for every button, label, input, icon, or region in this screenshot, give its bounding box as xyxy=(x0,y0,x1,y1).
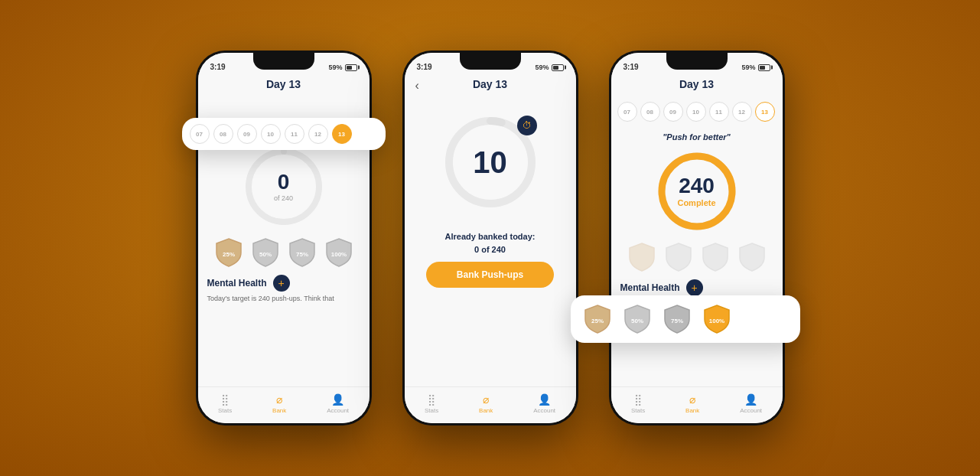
bank-icon3: ⌀ xyxy=(689,393,695,406)
day-tab3-11[interactable]: 11 xyxy=(709,102,729,122)
timer-icon: ⏱ xyxy=(517,116,537,135)
notch xyxy=(253,53,314,70)
nav-stats[interactable]: ⣿ Stats xyxy=(218,393,232,414)
svg-text:25%: 25% xyxy=(591,318,603,324)
day-tab3-09[interactable]: 09 xyxy=(663,102,683,122)
bottom-nav2: ⣿ Stats ⌀ Bank 👤 Account xyxy=(405,386,576,423)
day-tab-12[interactable]: 12 xyxy=(308,124,328,144)
bank-icon2: ⌀ xyxy=(483,393,489,406)
phone2-screen: 3:19 59% ‹ Day 13 xyxy=(405,53,576,423)
day-tab-10[interactable]: 10 xyxy=(261,124,281,144)
battery-pct2: 59% xyxy=(535,64,549,71)
app-content2: 10 ⏱ Already banked today: 0 of 240 Bank… xyxy=(405,97,576,386)
app-header2: ‹ Day 13 xyxy=(405,74,576,97)
progress-center: 0 of 240 xyxy=(242,145,326,229)
badge3-50 xyxy=(663,241,695,273)
nav-stats-label2: Stats xyxy=(425,407,438,414)
badge-100: 100% xyxy=(323,236,355,269)
svg-text:100%: 100% xyxy=(330,251,346,258)
progress-center3: 240 Complete xyxy=(655,149,739,233)
account-icon: 👤 xyxy=(331,393,344,406)
time2: 3:19 xyxy=(417,63,432,71)
phone2: 3:19 59% ‹ Day 13 xyxy=(402,51,578,425)
day-tab3-13[interactable]: 13 xyxy=(755,102,775,122)
day-tab3-12[interactable]: 12 xyxy=(732,102,752,122)
nav-bank3[interactable]: ⌀ Bank xyxy=(685,393,699,414)
stats-icon2: ⣿ xyxy=(428,393,435,406)
nav-account[interactable]: 👤 Account xyxy=(327,393,349,414)
nav-bank[interactable]: ⌀ Bank xyxy=(272,393,286,414)
day-title2: Day 13 xyxy=(473,78,507,90)
day-tabs3: 07 08 09 10 11 12 13 xyxy=(611,97,783,126)
day-tab-13[interactable]: 13 xyxy=(332,124,352,144)
app-content3: "Push for better" 240 Complete xyxy=(611,126,783,386)
phone3-container: 25% 50% 75% 100% xyxy=(609,51,785,425)
day-tab-09[interactable]: 09 xyxy=(237,124,257,144)
plus-button[interactable]: + xyxy=(273,275,290,292)
app-header: Day 13 xyxy=(198,74,370,97)
bottom-nav3: ⣿ Stats ⌀ Bank 👤 Account xyxy=(611,386,783,423)
account-icon2: 👤 xyxy=(538,393,551,406)
day-tab3-08[interactable]: 08 xyxy=(640,102,660,122)
badges-popup: 25% 50% 75% 100% xyxy=(571,295,800,343)
svg-text:50%: 50% xyxy=(630,318,643,324)
nav-account-label: Account xyxy=(327,407,349,414)
badges-row: 25% 50% xyxy=(213,236,355,269)
nav-stats2[interactable]: ⣿ Stats xyxy=(425,393,438,414)
account-icon3: 👤 xyxy=(744,393,757,406)
back-button[interactable]: ‹ xyxy=(415,79,419,93)
progress-sub: of 240 xyxy=(274,194,293,202)
day-tab-08[interactable]: 08 xyxy=(213,124,233,144)
timer-circle: 10 ⏱ xyxy=(441,112,540,212)
nav-bank-label3: Bank xyxy=(685,407,699,414)
nav-stats3[interactable]: ⣿ Stats xyxy=(631,393,645,414)
stats-icon: ⣿ xyxy=(221,393,229,406)
svg-text:50%: 50% xyxy=(259,251,271,258)
app-content: "Push for better" 0 of 240 xyxy=(198,122,370,386)
day-tab-11[interactable]: 11 xyxy=(285,124,304,144)
badge-25: 25% xyxy=(213,236,245,269)
battery-icon3 xyxy=(758,64,770,71)
badge3-25 xyxy=(626,241,658,273)
phone1-screen: 3:19 59% Day 13 "Push for better" xyxy=(198,53,370,423)
battery-pct: 59% xyxy=(328,64,342,71)
progress-num: 0 xyxy=(278,171,290,193)
nav-account3[interactable]: 👤 Account xyxy=(740,393,762,414)
mental-health-row3: Mental Health + xyxy=(620,279,703,296)
phone3-screen: 3:19 59% Day 13 07 08 09 10 11 xyxy=(611,53,783,423)
status-right2: 59% xyxy=(535,64,563,71)
progress-circle: 0 of 240 xyxy=(242,145,326,229)
badge3-100 xyxy=(736,241,768,273)
mental-health-label3: Mental Health xyxy=(620,282,680,293)
nav-account-label3: Account xyxy=(740,407,762,414)
nav-account-label2: Account xyxy=(533,407,555,414)
battery-icon2 xyxy=(552,64,564,71)
day-tab3-07[interactable]: 07 xyxy=(617,102,637,122)
nav-account2[interactable]: 👤 Account xyxy=(533,393,555,414)
notch3 xyxy=(666,53,728,70)
progress-num3: 240 xyxy=(679,175,715,197)
mental-health-row: Mental Health + xyxy=(207,275,290,292)
badge-popup-100: 100% xyxy=(701,303,733,335)
bank-button[interactable]: Bank Push-ups xyxy=(426,262,554,288)
bottom-nav: ⣿ Stats ⌀ Bank 👤 Account xyxy=(198,386,370,423)
battery-icon xyxy=(345,64,357,71)
svg-text:75%: 75% xyxy=(670,318,682,324)
svg-text:75%: 75% xyxy=(295,251,308,258)
day-tab-07[interactable]: 07 xyxy=(190,124,210,144)
time3: 3:19 xyxy=(623,63,639,71)
mental-health-label: Mental Health xyxy=(207,278,267,289)
badge-popup-75: 75% xyxy=(661,303,693,335)
progress-circle3: 240 Complete xyxy=(655,149,739,233)
phone1: 3:19 59% Day 13 "Push for better" xyxy=(196,51,372,425)
today-target: Today's target is 240 push-ups. Think th… xyxy=(207,295,334,302)
badge-popup-25: 25% xyxy=(581,303,614,335)
day-tab3-10[interactable]: 10 xyxy=(686,102,706,122)
complete-label3: Complete xyxy=(677,198,715,207)
phone2-container: 3:19 59% ‹ Day 13 xyxy=(402,51,578,425)
plus-button3[interactable]: + xyxy=(686,279,703,296)
bank-icon: ⌀ xyxy=(276,393,282,406)
badge-popup-50: 50% xyxy=(621,303,653,335)
scene: 07 08 09 10 11 12 13 3:19 59% xyxy=(0,0,980,476)
nav-bank2[interactable]: ⌀ Bank xyxy=(479,393,493,414)
